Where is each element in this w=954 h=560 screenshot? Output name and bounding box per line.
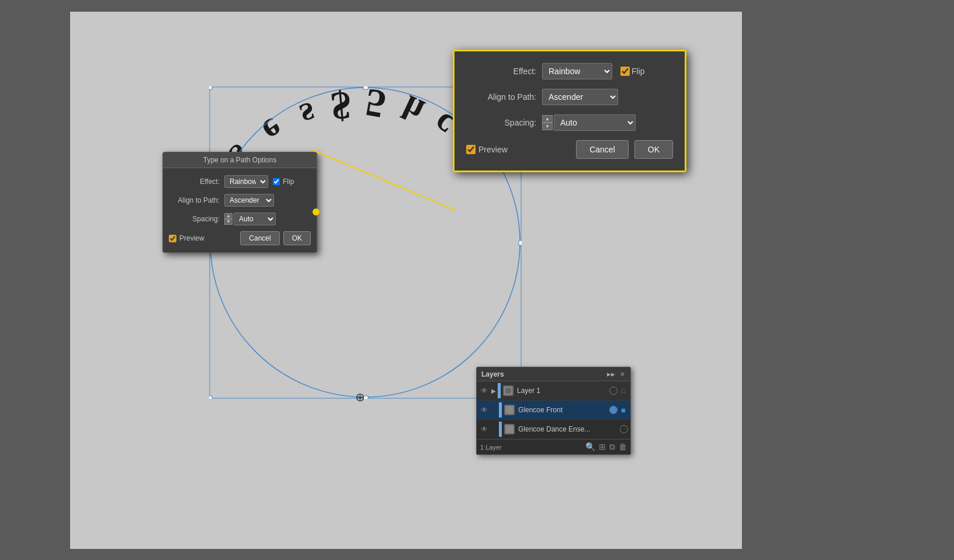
sublayer-dance-color: [499, 422, 502, 437]
small-type-on-path-dialog: Type on a Path Options Effect: Rainbow S…: [162, 152, 317, 253]
layers-footer-icons: 🔍 ⊞ ⧉ 🗑: [585, 442, 627, 452]
large-spacing-select[interactable]: Auto 0 5: [554, 114, 636, 131]
small-preview-checkbox[interactable]: [169, 235, 176, 242]
small-spacing-label: Spacing:: [169, 215, 224, 223]
small-flip-checkbox[interactable]: [273, 178, 280, 185]
large-effect-label: Effect:: [466, 67, 542, 76]
layer-1-thumb: [503, 385, 514, 396]
sublayer-front-visibility[interactable]: 👁: [479, 405, 490, 415]
sublayer-front-thumb: [504, 405, 515, 415]
small-spacing-select[interactable]: Auto 0 5: [234, 213, 276, 225]
large-preview-label[interactable]: Preview: [466, 145, 508, 154]
sublayer-front-selected-indicator[interactable]: ■: [619, 405, 628, 415]
layers-panel-title: Layers: [481, 370, 504, 378]
svg-rect-17: [363, 396, 368, 399]
large-preview-checkbox[interactable]: [466, 145, 476, 154]
layers-delete-icon[interactable]: 🗑: [619, 442, 627, 452]
layers-expand-btn[interactable]: ▸▸: [606, 370, 616, 378]
sublayer-front-target-area: ■: [609, 405, 628, 415]
layer-1-expand[interactable]: ▶: [490, 387, 498, 395]
small-flip-label: Flip: [273, 178, 294, 186]
large-spacing-down[interactable]: ▼: [542, 123, 553, 130]
large-spacing-up[interactable]: ▲: [542, 115, 553, 123]
small-effect-label: Effect:: [169, 178, 224, 186]
layer-1-target-circle[interactable]: [609, 387, 618, 395]
sublayer-dance-target-area: [620, 425, 628, 433]
large-spacing-label: Spacing:: [466, 118, 542, 127]
layer-1-color-stripe: [498, 383, 501, 398]
large-type-on-path-dialog: Effect: Rainbow Skew 3D Ribbon Stair Ste…: [453, 50, 686, 172]
sublayer-glencoe-dance-row[interactable]: 👁 Glencoe Dance Ense...: [477, 420, 630, 439]
layers-duplicate-icon[interactable]: ⧉: [609, 442, 615, 452]
small-spacing-spinner[interactable]: ▲ ▼: [224, 213, 233, 225]
large-flip-label: Flip: [620, 67, 645, 76]
layer-1-row[interactable]: 👁 ▶ Layer 1 □: [477, 381, 630, 401]
large-cancel-button[interactable]: Cancel: [576, 140, 629, 159]
svg-rect-16: [209, 396, 212, 399]
connector-dot: [313, 208, 320, 215]
large-spacing-spinner[interactable]: ▲ ▼: [542, 115, 553, 130]
layers-panel-header: Layers ▸▸ ×: [477, 367, 630, 381]
svg-rect-21: [505, 387, 512, 394]
sublayer-front-name: Glencoe Front: [517, 406, 609, 414]
sublayer-front-target[interactable]: [609, 406, 618, 414]
small-align-select[interactable]: Ascender Descender Center Baseline: [224, 194, 274, 207]
sublayer-front-color: [499, 402, 502, 418]
svg-rect-15: [519, 241, 522, 245]
layer-1-target-area: □: [609, 386, 628, 395]
large-effect-select[interactable]: Rainbow Skew 3D Ribbon Stair Step Gravit…: [542, 63, 612, 79]
layers-close-btn[interactable]: ×: [619, 370, 626, 378]
sublayer-dance-thumb: [504, 424, 515, 434]
layers-new-layer-icon[interactable]: ⊞: [599, 442, 606, 452]
small-dialog-title: Type on a Path Options: [163, 152, 317, 168]
layer-1-visibility-toggle[interactable]: 👁: [479, 385, 490, 396]
small-align-label: Align to Path:: [169, 196, 224, 204]
sublayer-dance-name: Glencoe Dance Ense...: [517, 425, 620, 433]
layers-panel: Layers ▸▸ × 👁 ▶ Layer 1 □ 👁 Glencoe Fron…: [476, 367, 631, 455]
large-align-select[interactable]: Ascender Descender Center Baseline: [542, 89, 618, 105]
small-cancel-button[interactable]: Cancel: [240, 231, 279, 245]
small-effect-select[interactable]: Rainbow Skew 3D Ribbon Stair Step Gravit…: [224, 175, 268, 188]
sublayer-dance-target[interactable]: [620, 425, 628, 433]
small-ok-button[interactable]: OK: [283, 231, 311, 245]
layer-1-name: Layer 1: [516, 387, 609, 395]
layers-panel-controls: ▸▸ ×: [606, 370, 626, 378]
layers-count: 1 Layer: [480, 444, 502, 451]
layer-1-lock[interactable]: □: [619, 386, 628, 395]
small-preview-label[interactable]: Preview: [169, 234, 204, 242]
large-flip-checkbox[interactable]: [620, 67, 630, 76]
layers-search-icon[interactable]: 🔍: [585, 442, 595, 452]
svg-rect-11: [209, 86, 212, 89]
small-spacing-up[interactable]: ▲: [224, 213, 233, 219]
large-align-label: Align to Path:: [466, 92, 542, 102]
small-spacing-down[interactable]: ▼: [224, 219, 233, 225]
large-ok-button[interactable]: OK: [634, 140, 673, 159]
svg-rect-12: [363, 86, 368, 89]
sublayer-glencoe-front-row[interactable]: 👁 Glencoe Front ■: [477, 401, 630, 420]
sublayer-dance-visibility[interactable]: 👁: [479, 424, 490, 434]
layers-panel-footer: 1 Layer 🔍 ⊞ ⧉ 🗑: [477, 439, 630, 454]
